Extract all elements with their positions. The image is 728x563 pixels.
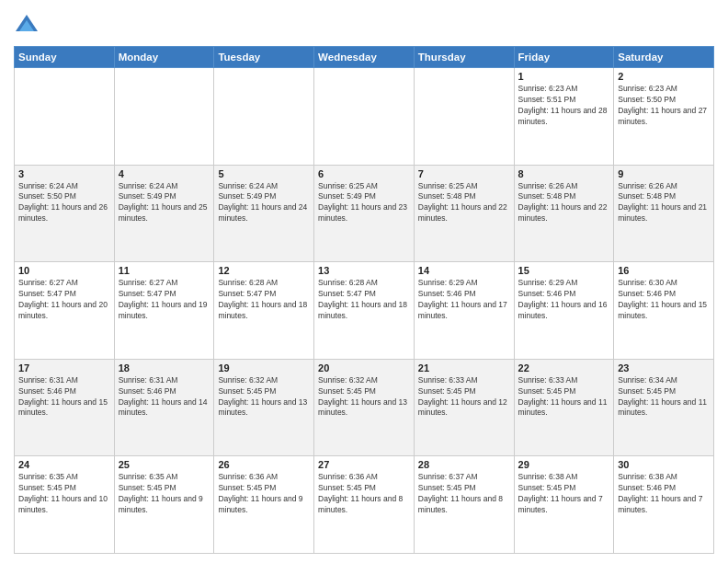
day-info: Sunrise: 6:32 AM Sunset: 5:45 PM Dayligh… [318,375,410,419]
day-cell: 23Sunrise: 6:34 AM Sunset: 5:45 PM Dayli… [614,359,714,456]
day-number: 29 [518,459,610,470]
day-number: 26 [218,459,310,470]
week-row-4: 24Sunrise: 6:35 AM Sunset: 5:45 PM Dayli… [15,456,714,554]
day-number: 11 [119,265,210,276]
day-info: Sunrise: 6:25 AM Sunset: 5:48 PM Dayligh… [418,181,510,225]
day-number: 16 [618,265,710,276]
day-number: 10 [18,265,110,276]
day-cell: 10Sunrise: 6:27 AM Sunset: 5:47 PM Dayli… [15,262,115,360]
day-cell: 18Sunrise: 6:31 AM Sunset: 5:46 PM Dayli… [114,359,214,456]
day-cell: 8Sunrise: 6:26 AM Sunset: 5:48 PM Daylig… [514,165,614,262]
day-number: 4 [119,168,210,179]
day-number: 21 [418,362,510,373]
day-number: 15 [518,265,610,276]
day-info: Sunrise: 6:36 AM Sunset: 5:45 PM Dayligh… [218,472,310,516]
page: SundayMondayTuesdayWednesdayThursdayFrid… [0,0,728,563]
day-cell: 7Sunrise: 6:25 AM Sunset: 5:48 PM Daylig… [414,165,514,262]
day-number: 23 [618,362,710,373]
day-cell: 20Sunrise: 6:32 AM Sunset: 5:45 PM Dayli… [314,359,415,456]
header [14,9,714,39]
day-info: Sunrise: 6:28 AM Sunset: 5:47 PM Dayligh… [218,278,310,322]
day-cell: 21Sunrise: 6:33 AM Sunset: 5:45 PM Dayli… [414,359,514,456]
header-cell-sunday: Sunday [15,47,115,68]
day-info: Sunrise: 6:35 AM Sunset: 5:45 PM Dayligh… [18,472,110,516]
day-number: 30 [618,459,710,470]
day-info: Sunrise: 6:33 AM Sunset: 5:45 PM Dayligh… [418,375,510,419]
day-number: 9 [618,168,710,179]
day-info: Sunrise: 6:26 AM Sunset: 5:48 PM Dayligh… [518,181,610,225]
day-info: Sunrise: 6:30 AM Sunset: 5:46 PM Dayligh… [618,278,710,322]
day-cell: 19Sunrise: 6:32 AM Sunset: 5:45 PM Dayli… [214,359,314,456]
day-info: Sunrise: 6:28 AM Sunset: 5:47 PM Dayligh… [318,278,410,322]
day-cell: 29Sunrise: 6:38 AM Sunset: 5:45 PM Dayli… [514,456,614,554]
day-info: Sunrise: 6:24 AM Sunset: 5:49 PM Dayligh… [218,181,310,225]
day-number: 25 [119,459,210,470]
day-number: 14 [418,265,510,276]
week-row-0: 1Sunrise: 6:23 AM Sunset: 5:51 PM Daylig… [15,68,714,166]
day-number: 20 [318,362,410,373]
day-cell: 22Sunrise: 6:33 AM Sunset: 5:45 PM Dayli… [514,359,614,456]
logo-icon [14,13,40,39]
header-cell-monday: Monday [114,47,214,68]
day-cell: 16Sunrise: 6:30 AM Sunset: 5:46 PM Dayli… [614,262,714,360]
day-info: Sunrise: 6:29 AM Sunset: 5:46 PM Dayligh… [418,278,510,322]
day-info: Sunrise: 6:24 AM Sunset: 5:50 PM Dayligh… [18,181,110,225]
day-info: Sunrise: 6:36 AM Sunset: 5:45 PM Dayligh… [318,472,410,516]
day-info: Sunrise: 6:23 AM Sunset: 5:50 PM Dayligh… [618,84,710,128]
day-cell: 12Sunrise: 6:28 AM Sunset: 5:47 PM Dayli… [214,262,314,360]
day-cell: 13Sunrise: 6:28 AM Sunset: 5:47 PM Dayli… [314,262,415,360]
day-info: Sunrise: 6:26 AM Sunset: 5:48 PM Dayligh… [618,181,710,225]
day-cell: 17Sunrise: 6:31 AM Sunset: 5:46 PM Dayli… [15,359,115,456]
day-number: 13 [318,265,410,276]
day-info: Sunrise: 6:27 AM Sunset: 5:47 PM Dayligh… [119,278,210,322]
calendar-header: SundayMondayTuesdayWednesdayThursdayFrid… [15,47,714,68]
day-cell: 24Sunrise: 6:35 AM Sunset: 5:45 PM Dayli… [15,456,115,554]
day-info: Sunrise: 6:31 AM Sunset: 5:46 PM Dayligh… [18,375,110,419]
day-cell: 27Sunrise: 6:36 AM Sunset: 5:45 PM Dayli… [314,456,415,554]
day-number: 19 [218,362,310,373]
day-cell: 14Sunrise: 6:29 AM Sunset: 5:46 PM Dayli… [414,262,514,360]
day-info: Sunrise: 6:37 AM Sunset: 5:45 PM Dayligh… [418,472,510,516]
week-row-2: 10Sunrise: 6:27 AM Sunset: 5:47 PM Dayli… [15,262,714,360]
day-cell [414,68,514,166]
day-number: 1 [518,71,610,82]
calendar-table: SundayMondayTuesdayWednesdayThursdayFrid… [14,46,714,554]
day-info: Sunrise: 6:35 AM Sunset: 5:45 PM Dayligh… [119,472,210,516]
day-info: Sunrise: 6:29 AM Sunset: 5:46 PM Dayligh… [518,278,610,322]
day-cell: 25Sunrise: 6:35 AM Sunset: 5:45 PM Dayli… [114,456,214,554]
day-cell: 9Sunrise: 6:26 AM Sunset: 5:48 PM Daylig… [614,165,714,262]
day-cell: 30Sunrise: 6:38 AM Sunset: 5:46 PM Dayli… [614,456,714,554]
day-cell [114,68,214,166]
day-info: Sunrise: 6:33 AM Sunset: 5:45 PM Dayligh… [518,375,610,419]
day-cell: 4Sunrise: 6:24 AM Sunset: 5:49 PM Daylig… [114,165,214,262]
day-cell: 3Sunrise: 6:24 AM Sunset: 5:50 PM Daylig… [15,165,115,262]
day-cell: 6Sunrise: 6:25 AM Sunset: 5:49 PM Daylig… [314,165,415,262]
header-cell-wednesday: Wednesday [314,47,415,68]
day-info: Sunrise: 6:23 AM Sunset: 5:51 PM Dayligh… [518,84,610,128]
day-number: 2 [618,71,710,82]
day-number: 8 [518,168,610,179]
day-number: 3 [18,168,110,179]
day-cell: 28Sunrise: 6:37 AM Sunset: 5:45 PM Dayli… [414,456,514,554]
day-number: 5 [218,168,310,179]
day-number: 6 [318,168,410,179]
day-info: Sunrise: 6:38 AM Sunset: 5:45 PM Dayligh… [518,472,610,516]
logo [14,13,43,39]
day-info: Sunrise: 6:32 AM Sunset: 5:45 PM Dayligh… [218,375,310,419]
day-number: 18 [119,362,210,373]
day-number: 7 [418,168,510,179]
day-info: Sunrise: 6:38 AM Sunset: 5:46 PM Dayligh… [618,472,710,516]
day-number: 12 [218,265,310,276]
day-cell: 15Sunrise: 6:29 AM Sunset: 5:46 PM Dayli… [514,262,614,360]
day-cell: 5Sunrise: 6:24 AM Sunset: 5:49 PM Daylig… [214,165,314,262]
header-cell-tuesday: Tuesday [214,47,314,68]
calendar-body: 1Sunrise: 6:23 AM Sunset: 5:51 PM Daylig… [15,68,714,554]
header-row: SundayMondayTuesdayWednesdayThursdayFrid… [15,47,714,68]
day-number: 17 [18,362,110,373]
week-row-1: 3Sunrise: 6:24 AM Sunset: 5:50 PM Daylig… [15,165,714,262]
header-cell-saturday: Saturday [614,47,714,68]
day-cell [15,68,115,166]
day-info: Sunrise: 6:27 AM Sunset: 5:47 PM Dayligh… [18,278,110,322]
day-cell [214,68,314,166]
day-info: Sunrise: 6:25 AM Sunset: 5:49 PM Dayligh… [318,181,410,225]
